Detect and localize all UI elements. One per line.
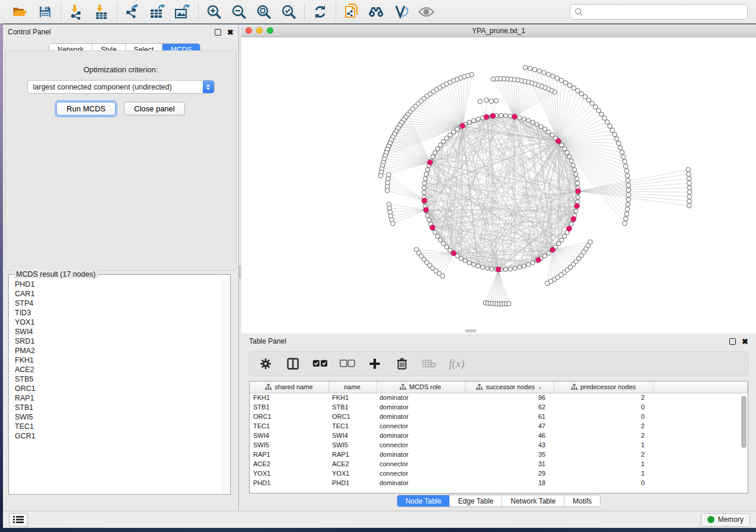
vizmapper-icon[interactable] (393, 4, 410, 20)
cell-shared_name[interactable]: YOX1 (250, 469, 328, 478)
cell-role[interactable]: dominator (376, 450, 465, 459)
mcds-result-item[interactable]: FKH1 (10, 355, 229, 365)
cell-role[interactable]: connector (376, 469, 465, 478)
column-header-MCDS-role[interactable]: MCDS role (376, 382, 465, 393)
mcds-result-item[interactable]: STP4 (10, 299, 229, 308)
eye-icon[interactable] (418, 4, 435, 20)
cell-predecessors[interactable]: 1 (554, 459, 653, 469)
cell-role[interactable]: dominator (376, 393, 465, 402)
cell-name[interactable]: PHD1 (328, 478, 376, 488)
mcds-result-item[interactable]: TEC1 (10, 422, 229, 431)
run-mcds-button[interactable]: Run MCDS (56, 102, 116, 116)
table-row[interactable]: SWI5SWI5connector431 (250, 440, 748, 450)
table-row[interactable]: ORC1ORC1dominator610 (250, 412, 748, 421)
mcds-result-item[interactable]: YOX1 (10, 318, 229, 327)
task-history-button[interactable] (9, 513, 28, 527)
deselect-all-icon[interactable] (340, 356, 355, 371)
float-window-icon[interactable] (729, 338, 736, 345)
cell-role[interactable]: dominator (376, 402, 465, 412)
table-row[interactable]: STB1STB1dominator620 (250, 402, 748, 412)
cell-predecessors[interactable]: 2 (554, 431, 653, 440)
select-all-icon[interactable] (312, 356, 328, 371)
cell-name[interactable]: TEC1 (328, 421, 376, 431)
float-window-icon[interactable] (215, 29, 221, 36)
table-row[interactable]: RAP1RAP1dominator352 (250, 450, 748, 459)
cell-predecessors[interactable]: 2 (554, 450, 653, 459)
cell-predecessors[interactable]: 1 (554, 469, 653, 478)
cell-successors[interactable]: 46 (465, 431, 554, 440)
mcds-result-item[interactable]: TID3 (10, 308, 229, 318)
mcds-result-item[interactable]: STB1 (10, 403, 229, 412)
cell-predecessors[interactable]: 0 (554, 478, 653, 488)
cell-name[interactable]: STB1 (328, 402, 376, 412)
mcds-result-item[interactable]: PMA2 (10, 346, 229, 355)
cell-shared_name[interactable]: FKH1 (250, 393, 328, 402)
share-network-icon[interactable] (343, 4, 360, 20)
export-network-icon[interactable] (125, 4, 141, 20)
table-row[interactable]: PHD1PHD1dominator180 (250, 478, 748, 488)
import-network-icon[interactable] (68, 4, 85, 20)
mcds-result-item[interactable]: PHD1 (10, 280, 229, 289)
cell-shared_name[interactable]: SWI5 (250, 440, 328, 450)
cell-name[interactable]: ORC1 (328, 412, 376, 421)
cell-predecessors[interactable]: 0 (554, 402, 653, 412)
cell-successors[interactable]: 31 (465, 459, 554, 469)
column-header-successor-nodes[interactable]: successor nodes⌄ (465, 382, 554, 393)
cell-name[interactable]: RAP1 (328, 450, 376, 459)
cell-successors[interactable]: 35 (465, 450, 554, 459)
import-table-icon[interactable] (93, 4, 110, 20)
mcds-result-item[interactable]: ORC1 (10, 384, 229, 393)
gear-icon[interactable] (258, 356, 273, 371)
cell-successors[interactable]: 18 (465, 478, 554, 488)
mcds-list-scrollbar[interactable] (222, 280, 229, 493)
table-row[interactable]: SWI4SWI4dominator462 (250, 431, 748, 440)
column-header-predecessor-nodes[interactable]: predecessor nodes (554, 382, 653, 393)
table-row[interactable]: YOX1YOX1connector291 (250, 469, 748, 478)
cell-shared_name[interactable]: ORC1 (250, 412, 328, 421)
optimization-criterion-select[interactable]: largest connected component (undirected) (27, 80, 215, 94)
cell-successors[interactable]: 47 (465, 421, 554, 431)
mcds-result-item[interactable]: STB5 (10, 374, 229, 384)
cell-shared_name[interactable]: PHD1 (250, 478, 328, 488)
cell-predecessors[interactable]: 0 (554, 412, 653, 421)
cell-name[interactable]: FKH1 (328, 393, 376, 402)
open-file-icon[interactable] (12, 4, 28, 20)
cell-name[interactable]: SWI5 (328, 440, 376, 450)
zoom-fit-icon[interactable] (256, 4, 272, 20)
cell-role[interactable]: dominator (376, 431, 465, 440)
tab-edge-table[interactable]: Edge Table (449, 495, 502, 507)
add-icon[interactable] (367, 356, 382, 371)
memory-button[interactable]: Memory (701, 513, 750, 527)
cell-successors[interactable]: 29 (465, 469, 554, 478)
cell-name[interactable]: YOX1 (328, 469, 376, 478)
cell-shared_name[interactable]: STB1 (250, 402, 328, 412)
cell-successors[interactable]: 62 (465, 402, 554, 412)
mcds-result-item[interactable]: SWI5 (10, 412, 229, 422)
delete-icon[interactable] (394, 356, 410, 371)
search-network-icon[interactable] (368, 4, 385, 20)
cell-shared_name[interactable]: TEC1 (250, 421, 328, 431)
table-scrollbar[interactable] (741, 396, 747, 479)
tab-motifs[interactable]: Motifs (564, 495, 600, 507)
columns-icon[interactable] (285, 356, 301, 371)
cell-role[interactable]: connector (376, 459, 465, 469)
zoom-out-icon[interactable] (231, 4, 247, 20)
mcds-result-item[interactable]: GCR1 (10, 431, 229, 441)
table-row[interactable]: FKH1FKH1dominator962 (250, 393, 748, 402)
cell-successors[interactable]: 61 (465, 412, 554, 421)
mcds-result-item[interactable]: SWI4 (10, 327, 229, 336)
export-table-icon[interactable] (149, 4, 166, 20)
cell-predecessors[interactable]: 2 (554, 393, 653, 402)
tab-network-table[interactable]: Network Table (502, 495, 564, 507)
close-panel-button[interactable]: Close panel (124, 102, 185, 116)
cell-name[interactable]: SWI4 (328, 431, 376, 440)
search-input[interactable] (570, 4, 748, 20)
network-canvas[interactable] (241, 37, 756, 333)
zoom-in-icon[interactable] (206, 4, 222, 20)
close-icon[interactable]: ✖ (742, 338, 748, 345)
zoom-selected-icon[interactable] (280, 4, 297, 20)
column-header-name[interactable]: name (328, 382, 376, 393)
mcds-result-item[interactable]: CAR1 (10, 289, 229, 299)
export-image-icon[interactable] (174, 4, 191, 20)
cell-successors[interactable]: 43 (465, 440, 554, 450)
